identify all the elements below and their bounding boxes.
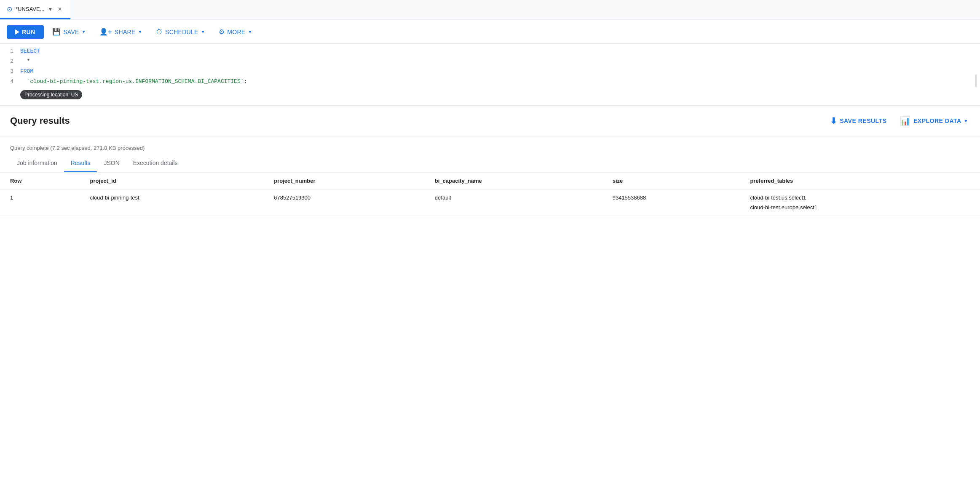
- table-reference: `cloud-bi-pinning-test.region-us.INFORMA…: [27, 78, 244, 85]
- save-results-label: SAVE RESULTS: [840, 117, 886, 124]
- more-dropdown-icon: ▼: [248, 29, 252, 34]
- preferred-table-2: cloud-bi-test.europe.select1: [750, 204, 973, 210]
- save-dropdown-icon: ▼: [82, 29, 86, 34]
- tab-close-button[interactable]: ×: [56, 5, 63, 14]
- save-results-button[interactable]: ⬇ SAVE RESULTS: [828, 112, 889, 129]
- line-number-3: 3: [0, 68, 20, 75]
- line-number-2: 2: [0, 58, 20, 64]
- cell-project-id: cloud-bi-pinning-test: [83, 189, 268, 216]
- share-label: SHARE: [115, 29, 136, 35]
- code-line-2: 2 *: [0, 57, 980, 67]
- preferred-table-1: cloud-bi-test.us.select1: [750, 194, 973, 201]
- schedule-dropdown-icon: ▼: [201, 29, 205, 34]
- schedule-icon: ⏱: [156, 28, 163, 36]
- select-keyword: SELECT: [20, 48, 40, 54]
- play-icon: [15, 29, 19, 35]
- results-header: Query results ⬇ SAVE RESULTS 📊 EXPLORE D…: [0, 106, 980, 136]
- share-button[interactable]: 👤+ SHARE ▼: [94, 24, 147, 39]
- schedule-label: SCHEDULE: [165, 29, 198, 35]
- tab-bar: ⊙ *UNSAVE... ▼ ×: [0, 0, 980, 20]
- col-header-size: size: [606, 173, 744, 189]
- code-line-4: 4 `cloud-bi-pinning-test.region-us.INFOR…: [0, 77, 980, 88]
- more-label: MORE: [227, 29, 245, 35]
- gear-icon: ⚙: [219, 28, 225, 36]
- col-header-project-id: project_id: [83, 173, 268, 189]
- tab-query-icon: ⊙: [7, 5, 12, 13]
- save-button[interactable]: 💾 SAVE ▼: [47, 24, 91, 39]
- download-icon: ⬇: [830, 116, 838, 126]
- tab-dropdown-arrow[interactable]: ▼: [48, 6, 53, 12]
- tab-json[interactable]: JSON: [97, 154, 126, 172]
- line-number-4: 4: [0, 78, 20, 85]
- more-button[interactable]: ⚙ MORE ▼: [214, 24, 257, 39]
- toolbar: RUN 💾 SAVE ▼ 👤+ SHARE ▼ ⏱ SCHEDULE ▼ ⚙ M…: [0, 20, 980, 44]
- col-header-project-number: project_number: [267, 173, 428, 189]
- cell-bi-capacity-name: default: [428, 189, 606, 216]
- table-row: 1 cloud-bi-pinning-test 678527519300 def…: [0, 189, 980, 216]
- scrollbar[interactable]: [975, 75, 977, 87]
- col-header-preferred-tables: preferred_tables: [743, 173, 980, 189]
- col-header-bi-capacity-name: bi_capacity_name: [428, 173, 606, 189]
- code-editor: 1 SELECT 2 * 3 FROM 4 `cloud-bi-pinning-…: [0, 47, 980, 88]
- processing-badge: Processing location: US: [20, 90, 82, 99]
- results-area: Query results ⬇ SAVE RESULTS 📊 EXPLORE D…: [0, 106, 980, 216]
- chart-icon: 📊: [900, 116, 911, 126]
- tab-unsaved[interactable]: ⊙ *UNSAVE... ▼ ×: [0, 0, 70, 19]
- result-tabs: Job information Results JSON Execution d…: [0, 154, 980, 173]
- col-header-row: Row: [0, 173, 83, 189]
- share-dropdown-icon: ▼: [138, 29, 142, 34]
- line-number-1: 1: [0, 48, 20, 54]
- cell-preferred-tables: cloud-bi-test.us.select1 cloud-bi-test.e…: [743, 189, 980, 216]
- tab-label: *UNSAVE...: [16, 6, 44, 12]
- line-content-2: *: [20, 58, 30, 64]
- explore-data-label: EXPLORE DATA: [913, 117, 961, 124]
- tab-job-information[interactable]: Job information: [10, 154, 64, 172]
- tab-results[interactable]: Results: [64, 154, 97, 172]
- explore-data-button[interactable]: 📊 EXPLORE DATA ▼: [898, 112, 970, 129]
- save-icon: 💾: [52, 28, 61, 36]
- schedule-button[interactable]: ⏱ SCHEDULE ▼: [151, 25, 210, 39]
- line-content-3: FROM: [20, 68, 33, 75]
- query-info: Query complete (7.2 sec elapsed, 271.8 K…: [0, 136, 980, 154]
- editor-area[interactable]: 1 SELECT 2 * 3 FROM 4 `cloud-bi-pinning-…: [0, 44, 980, 106]
- results-title: Query results: [10, 115, 70, 126]
- cell-size: 93415538688: [606, 189, 744, 216]
- cell-project-number: 678527519300: [267, 189, 428, 216]
- from-keyword: FROM: [20, 68, 33, 75]
- code-line-3: 3 FROM: [0, 67, 980, 77]
- share-icon: 👤+: [99, 28, 112, 36]
- line-content-1: SELECT: [20, 48, 40, 54]
- results-table: Row project_id project_number bi_capacit…: [0, 173, 980, 216]
- table-header-row: Row project_id project_number bi_capacit…: [0, 173, 980, 189]
- line-content-4: `cloud-bi-pinning-test.region-us.INFORMA…: [20, 78, 247, 85]
- explore-dropdown-icon: ▼: [964, 119, 968, 123]
- save-label: SAVE: [63, 29, 79, 35]
- code-line-1: 1 SELECT: [0, 47, 980, 57]
- run-label: RUN: [22, 29, 35, 35]
- cell-row-number: 1: [0, 189, 83, 216]
- run-button[interactable]: RUN: [7, 25, 44, 39]
- tab-execution-details[interactable]: Execution details: [126, 154, 185, 172]
